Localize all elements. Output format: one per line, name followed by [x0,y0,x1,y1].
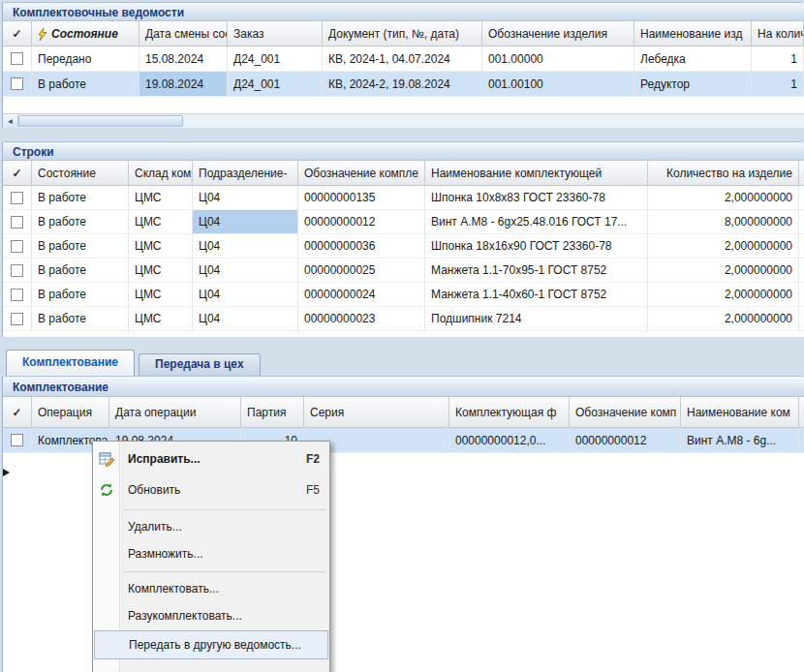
column-header-batch[interactable]: Партия [241,397,304,428]
cell-warehouse[interactable]: ЦМС [129,234,193,259]
column-header-product-code[interactable]: Обозначение изделия [482,21,634,46]
cell-product-name[interactable]: Редуктор [634,72,752,97]
row-checkbox[interactable] [3,46,32,72]
table-row[interactable]: В работе ЦМС Ц04 00000000012 Винт А.М8 -… [3,210,804,234]
row-checkbox[interactable] [3,307,32,331]
cell-sliver[interactable] [799,283,804,307]
row-checkbox[interactable] [3,72,32,97]
cell-product-name[interactable]: Лебедка [634,46,752,72]
cell-name[interactable]: Шпонка 18х16х90 ГОСТ 23360-78 [425,234,648,259]
cell-state[interactable]: В работе [32,210,129,234]
row-checkbox[interactable] [3,259,32,283]
cell-name[interactable]: Подшипник 7214 [425,307,648,331]
column-header-extra[interactable]: К [799,397,804,428]
column-header-comp-f[interactable]: Комплектующая ф [449,397,570,428]
column-header-product-name[interactable]: Наименование изд [634,21,752,46]
cell-qty[interactable]: 2,000000000 [648,259,799,283]
cell-division[interactable]: Ц04 [193,307,298,331]
checkbox-icon[interactable] [11,216,23,229]
column-header-order[interactable]: Заказ [228,21,323,46]
cell-date[interactable]: 19.08.2024 [139,72,228,97]
column-header-comp-name[interactable]: Наименование ком [681,397,799,428]
table-row[interactable]: В работе ЦМС Ц04 00000000024 Манжета 1.1… [3,283,804,307]
cell-state[interactable]: В работе [32,283,129,307]
table-row[interactable]: В работе ЦМС Ц04 00000000036 Шпонка 18х1… [3,234,804,259]
cell-order[interactable]: Д24_001 [228,46,323,72]
column-header-operation[interactable]: Операция [32,397,109,428]
menu-item-delete[interactable]: Удалить... [93,513,329,540]
cell-qty[interactable]: 1 [752,72,804,97]
cell-order[interactable]: Д24_001 [228,72,323,97]
menu-item-disassemble[interactable]: Разукомплектовать... [93,602,329,629]
cell-division[interactable]: Ц04 [193,234,298,259]
row-checkbox[interactable] [3,234,32,259]
scrollbar-thumb[interactable] [18,115,183,127]
column-header-state[interactable]: Состояние [32,21,139,46]
column-header-name[interactable]: Наименование комплектующей [425,161,648,186]
menu-item-transfer-to-other-list[interactable]: Передать в другую ведомость... [94,630,328,659]
cell-code[interactable]: 00000000024 [298,283,425,307]
checkbox-icon[interactable] [11,240,23,253]
row-checkbox[interactable] [3,428,32,453]
cell-doc[interactable]: КВ, 2024-2, 19.08.2024 [323,72,482,97]
cell-division[interactable]: Ц04 [193,186,298,210]
table-row[interactable]: В работе 19.08.2024 Д24_001 КВ, 2024-2, … [3,72,804,97]
column-header-state[interactable]: Состояние [32,161,129,186]
column-header-warehouse[interactable]: Склад комп [129,161,193,186]
cell-extra[interactable] [799,428,804,453]
column-header-date[interactable]: Дата смены сост [139,21,228,46]
table-row[interactable]: В работе ЦМС Ц04 00000000135 Шпонка 10х8… [3,186,804,210]
checkbox-icon[interactable] [11,52,23,65]
menu-item-edit[interactable]: Исправить... F2 [93,443,329,474]
horizontal-scrollbar[interactable]: ◄ [3,113,804,128]
column-header-qty[interactable]: На колич [752,21,804,46]
cell-sliver[interactable] [799,186,804,210]
cell-name[interactable]: Манжета 1.1-70х95-1 ГОСТ 8752 [425,259,648,283]
tab-peredacha-v-ceh[interactable]: Передача в цех [139,353,261,376]
row-checkbox[interactable] [3,283,32,307]
cell-product-code[interactable]: 001.00000 [482,46,634,72]
table-row[interactable]: В работе ЦМС Ц04 00000000023 Подшипник 7… [3,307,804,331]
cell-state[interactable]: В работе [32,186,129,210]
cell-code[interactable]: 00000000036 [298,234,425,259]
column-header-series[interactable]: Серия [304,397,449,428]
cell-state[interactable]: В работе [32,234,129,259]
checkbox-icon[interactable] [11,434,23,446]
column-header-check[interactable]: ✓ [3,397,32,428]
cell-warehouse[interactable]: ЦМС [129,186,193,210]
cell-warehouse[interactable]: ЦМС [129,259,193,283]
cell-code[interactable]: 00000000025 [298,259,425,283]
cell-qty[interactable]: 2,000000000 [648,186,799,210]
column-header-date[interactable]: Дата операции [109,397,241,428]
column-header-division[interactable]: Подразделение- [193,161,298,186]
cell-qty[interactable]: 2,000000000 [648,283,799,307]
cell-doc[interactable]: КВ, 2024-1, 04.07.2024 [323,46,482,72]
checkbox-icon[interactable] [11,289,23,301]
checkbox-icon[interactable] [11,192,23,204]
row-checkbox[interactable] [3,210,32,234]
cell-state[interactable]: В работе [32,259,129,283]
cell-code[interactable]: 00000000012 [298,210,425,234]
column-header-check[interactable]: ✓ [3,21,32,46]
checkbox-icon[interactable] [11,77,23,90]
menu-item-duplicate[interactable]: Размножить... [93,540,329,567]
cell-warehouse[interactable]: ЦМС [129,283,193,307]
cell-division[interactable]: Ц04 [193,210,298,234]
cell-sliver[interactable] [799,234,804,259]
checkbox-icon[interactable] [11,264,23,277]
cell-warehouse[interactable]: ЦМС [129,210,193,234]
row-checkbox[interactable] [3,186,32,210]
cell-name[interactable]: Манжета 1.1-40х60-1 ГОСТ 8752 [425,283,648,307]
cell-code[interactable]: 00000000135 [298,186,425,210]
cell-name[interactable]: Шпонка 10х8х83 ГОСТ 23360-78 [425,186,648,210]
tab-komplektovanie[interactable]: Комплектование [6,350,135,376]
column-header-qty[interactable]: Количество на изделие [648,161,799,186]
column-header-doc[interactable]: Документ (тип, №, дата) [323,21,482,46]
cell-comp-name[interactable]: Винт А.М8 - 6g... [681,428,799,453]
cell-qty[interactable]: 8,000000000 [648,210,799,234]
cell-sliver[interactable] [799,259,804,283]
cell-division[interactable]: Ц04 [193,283,298,307]
column-header-code[interactable]: Обозначение компле [298,161,425,186]
cell-state[interactable]: В работе [32,72,139,97]
scroll-left-button[interactable]: ◄ [3,114,18,128]
